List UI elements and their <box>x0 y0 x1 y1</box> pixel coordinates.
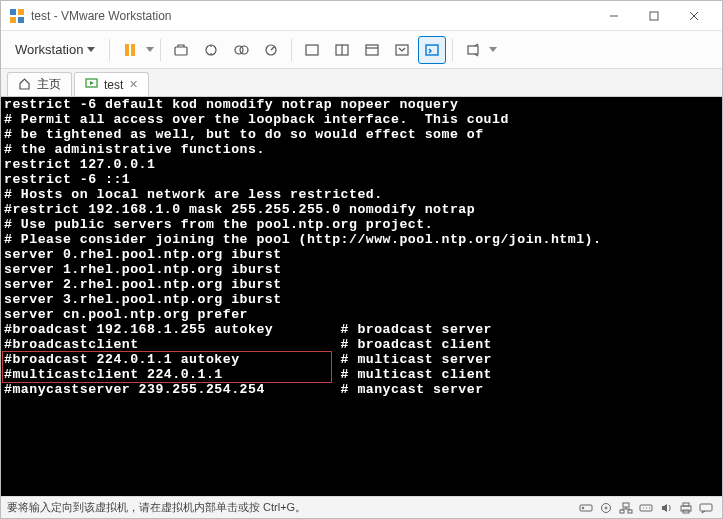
svg-marker-25 <box>489 47 497 52</box>
tab-home-label: 主页 <box>37 76 61 93</box>
minimize-button[interactable] <box>594 2 634 30</box>
home-icon <box>18 77 31 93</box>
svg-rect-20 <box>366 45 378 55</box>
revert-snapshot-button[interactable] <box>257 36 285 64</box>
svg-point-29 <box>582 507 584 509</box>
maximize-button[interactable] <box>634 2 674 30</box>
window-title: test - VMware Workstation <box>31 9 594 23</box>
terminal-line: #multicastclient 224.0.1.1 # multicast c… <box>4 367 719 382</box>
terminal-line: # Use public servers from the pool.ntp.o… <box>4 217 719 232</box>
cd-icon[interactable] <box>596 499 616 517</box>
tab-close-button[interactable]: ✕ <box>129 78 138 91</box>
svg-rect-22 <box>396 45 408 55</box>
svg-rect-1 <box>18 9 24 15</box>
svg-rect-9 <box>125 44 129 56</box>
svg-rect-12 <box>175 47 187 55</box>
svg-point-15 <box>240 46 248 54</box>
close-button[interactable] <box>674 2 714 30</box>
terminal-line: restrict -6 default kod nomodify notrap … <box>4 97 719 112</box>
stretch-button[interactable] <box>459 36 487 64</box>
terminal-line: # be tightened as well, but to do so wou… <box>4 127 719 142</box>
svg-rect-0 <box>10 9 16 15</box>
tab-strip: 主页 test ✕ <box>1 69 722 97</box>
chevron-down-icon <box>87 47 95 52</box>
snapshot-manager-button[interactable] <box>227 36 255 64</box>
network-icon[interactable] <box>616 499 636 517</box>
terminal-line: restrict 127.0.0.1 <box>4 157 719 172</box>
window-titlebar: test - VMware Workstation <box>1 1 722 31</box>
terminal-line: server 3.rhel.pool.ntp.org iburst <box>4 292 719 307</box>
send-ctrl-alt-del-button[interactable] <box>167 36 195 64</box>
chevron-down-icon[interactable] <box>146 47 154 52</box>
printer-icon[interactable] <box>676 499 696 517</box>
view-unity-button[interactable] <box>388 36 416 64</box>
status-message: 要将输入定向到该虚拟机，请在虚拟机内部单击或按 Ctrl+G。 <box>7 500 576 515</box>
view-console-button[interactable] <box>418 36 446 64</box>
tab-test[interactable]: test ✕ <box>74 72 149 96</box>
pause-button[interactable] <box>116 36 144 64</box>
svg-marker-8 <box>87 47 95 52</box>
terminal-line: # Permit all access over the loopback in… <box>4 112 719 127</box>
svg-rect-37 <box>683 503 689 506</box>
terminal-line: #broadcast 224.0.1.1 autokey # multicast… <box>4 352 719 367</box>
view-multi-button[interactable] <box>328 36 356 64</box>
svg-rect-23 <box>426 45 438 55</box>
input-icon[interactable] <box>636 499 656 517</box>
terminal-line: server 2.rhel.pool.ntp.org iburst <box>4 277 719 292</box>
toolbar: Workstation <box>1 31 722 69</box>
terminal-line: #manycastserver 239.255.254.254 # manyca… <box>4 382 719 397</box>
workstation-menu-label: Workstation <box>15 42 83 57</box>
snapshot-button[interactable] <box>197 36 225 64</box>
separator <box>291 39 292 61</box>
terminal-line: # Please consider joining the pool (http… <box>4 232 719 247</box>
svg-rect-10 <box>131 44 135 56</box>
terminal-line: #restrict 192.168.1.0 mask 255.255.255.0… <box>4 202 719 217</box>
separator <box>109 39 110 61</box>
app-logo <box>9 8 25 24</box>
svg-rect-32 <box>623 503 629 507</box>
vm-console-terminal[interactable]: restrict -6 default kod nomodify notrap … <box>1 97 722 496</box>
tab-test-label: test <box>104 78 123 92</box>
terminal-line: restrict -6 ::1 <box>4 172 719 187</box>
svg-rect-24 <box>468 46 478 54</box>
svg-rect-3 <box>18 17 24 23</box>
view-single-button[interactable] <box>298 36 326 64</box>
terminal-line: server 0.rhel.pool.ntp.org iburst <box>4 247 719 262</box>
workstation-menu-button[interactable]: Workstation <box>7 38 103 61</box>
svg-rect-2 <box>10 17 16 23</box>
vm-icon <box>85 77 98 93</box>
svg-rect-17 <box>306 45 318 55</box>
svg-marker-27 <box>90 81 94 85</box>
svg-rect-33 <box>620 510 624 513</box>
chevron-down-icon[interactable] <box>489 47 497 52</box>
separator <box>452 39 453 61</box>
svg-point-31 <box>605 507 607 509</box>
terminal-line: server 1.rhel.pool.ntp.org iburst <box>4 262 719 277</box>
terminal-line: # the administrative functions. <box>4 142 719 157</box>
view-fullscreen-button[interactable] <box>358 36 386 64</box>
sound-icon[interactable] <box>656 499 676 517</box>
status-bar: 要将输入定向到该虚拟机，请在虚拟机内部单击或按 Ctrl+G。 <box>1 496 722 518</box>
message-icon[interactable] <box>696 499 716 517</box>
svg-marker-11 <box>146 47 154 52</box>
hdd-icon[interactable] <box>576 499 596 517</box>
svg-rect-34 <box>628 510 632 513</box>
terminal-line: # Hosts on local network are less restri… <box>4 187 719 202</box>
tab-home[interactable]: 主页 <box>7 72 72 96</box>
svg-point-30 <box>602 503 611 512</box>
svg-rect-5 <box>650 12 658 20</box>
terminal-line: server cn.pool.ntp.org prefer <box>4 307 719 322</box>
terminal-line: #broadcast 192.168.1.255 autokey # broad… <box>4 322 719 337</box>
separator <box>160 39 161 61</box>
svg-rect-39 <box>700 504 712 511</box>
terminal-line: #broadcastclient # broadcast client <box>4 337 719 352</box>
